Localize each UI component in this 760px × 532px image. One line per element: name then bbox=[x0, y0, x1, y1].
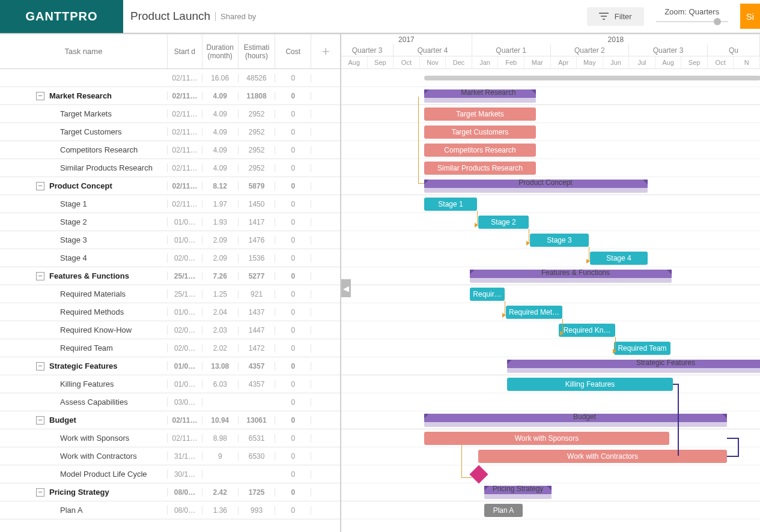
bar-target-markets[interactable]: Target Markets bbox=[424, 107, 536, 121]
signup-button[interactable]: Si bbox=[740, 4, 760, 29]
bar-killing-features[interactable]: Killing Features bbox=[507, 378, 673, 391]
collapse-icon[interactable]: − bbox=[36, 416, 44, 425]
collapse-icon[interactable]: − bbox=[36, 362, 44, 370]
cell-est: 6531 bbox=[239, 434, 276, 443]
quarter-label: Quarter 2 bbox=[551, 44, 630, 56]
table-row[interactable]: Stage 301/0…2.0914760 bbox=[0, 231, 340, 249]
logo[interactable]: GANTTPRO bbox=[0, 0, 123, 33]
cell-dur: 10.94 bbox=[202, 416, 239, 425]
cell-start: 02/0… bbox=[168, 254, 202, 262]
cell-dur: 13.08 bbox=[202, 362, 239, 370]
milestone-lifecycle[interactable] bbox=[469, 465, 488, 483]
collapse-icon[interactable]: − bbox=[36, 182, 44, 190]
bar-stage1[interactable]: Stage 1 bbox=[424, 198, 477, 211]
task-name: Target Markets bbox=[60, 109, 112, 118]
cell-est: 2952 bbox=[239, 110, 276, 118]
collapse-icon[interactable]: − bbox=[36, 92, 44, 100]
task-name: Competitors Research bbox=[60, 145, 138, 154]
table-row[interactable]: −Pricing Strategy08/0…2.4217250 bbox=[0, 483, 340, 501]
cell-est: 1472 bbox=[239, 344, 276, 352]
cell-start: 02/11… bbox=[168, 146, 202, 154]
table-row[interactable]: Required Team02/0…2.0214720 bbox=[0, 339, 340, 357]
cell-est: 2952 bbox=[239, 164, 276, 172]
bar-sponsors[interactable]: Work with Sponsors bbox=[424, 432, 669, 445]
cell-cost: 0 bbox=[275, 344, 311, 352]
cell-dur: 2.02 bbox=[202, 344, 239, 352]
month-label: Feb bbox=[498, 56, 524, 68]
zoom-thumb[interactable] bbox=[714, 18, 721, 25]
table-row[interactable]: Required Methods01/0…2.0414370 bbox=[0, 303, 340, 321]
col-start: Start d bbox=[168, 34, 202, 68]
bar-competitors[interactable]: Competitors Research bbox=[424, 144, 536, 157]
cell-cost: 0 bbox=[275, 488, 311, 497]
cell-start: 01/0… bbox=[168, 218, 202, 226]
month-label: Oct bbox=[394, 56, 420, 68]
quarter-label: Quarter 1 bbox=[472, 44, 551, 56]
task-name: Target Customers bbox=[60, 127, 122, 136]
cell-est: 5277 bbox=[239, 272, 276, 280]
bar-req-methods[interactable]: Required Met… bbox=[506, 306, 562, 319]
cell-est: 921 bbox=[239, 290, 276, 298]
summary-label: Product Concept bbox=[485, 178, 606, 187]
cell-dur: 2.03 bbox=[202, 326, 239, 334]
table-row[interactable]: Similar Products Research02/11…4.0929520 bbox=[0, 159, 340, 177]
add-column-button[interactable]: + bbox=[311, 34, 340, 68]
cell-est: 11808 bbox=[239, 92, 276, 100]
month-label: Aug bbox=[341, 56, 368, 68]
col-duration: Duration(month) bbox=[202, 34, 239, 68]
table-row[interactable]: Target Customers02/11…4.0929520 bbox=[0, 123, 340, 141]
cell-cost: 0 bbox=[275, 308, 311, 316]
table-row[interactable]: −Features & Functions25/1…7.2652770 bbox=[0, 267, 340, 285]
bar-stage2[interactable]: Stage 2 bbox=[478, 216, 529, 229]
table-row[interactable]: Target Markets02/11…4.0929520 bbox=[0, 105, 340, 123]
collapse-grid-button[interactable]: ◀ bbox=[341, 279, 351, 297]
bar-similar-products[interactable]: Similar Products Research bbox=[424, 162, 536, 175]
table-row[interactable]: −Budget02/11…10.94130610 bbox=[0, 411, 340, 429]
bar-plan-a[interactable]: Plan A bbox=[484, 504, 523, 517]
bar-target-customers[interactable]: Target Customers bbox=[424, 125, 536, 139]
bar-req-knowhow[interactable]: Required Kn… bbox=[559, 324, 615, 337]
cell-start: 02/11… bbox=[168, 182, 202, 190]
table-row[interactable]: Stage 102/11…1.9714500 bbox=[0, 195, 340, 213]
cell-cost: 0 bbox=[275, 470, 311, 479]
cell-start: 02/11… bbox=[168, 200, 202, 208]
bar-contractors[interactable]: Work with Contractors bbox=[478, 450, 727, 463]
task-name: Model Product Life Cycle bbox=[60, 470, 147, 479]
bar-stage3[interactable]: Stage 3 bbox=[530, 234, 589, 247]
bar-req-team[interactable]: Required Team bbox=[614, 342, 670, 355]
cell-dur: 2.04 bbox=[202, 308, 239, 316]
table-row[interactable]: Plan A08/0…1.369930 bbox=[0, 501, 340, 519]
cell-start: 02/0… bbox=[168, 326, 202, 334]
table-row[interactable]: Stage 402/0…2.0915360 bbox=[0, 249, 340, 267]
cell-dur: 4.09 bbox=[202, 128, 239, 136]
task-name: Required Know-How bbox=[60, 325, 132, 334]
bar-stage4[interactable]: Stage 4 bbox=[590, 252, 648, 265]
cell-dur: 6.03 bbox=[202, 380, 239, 388]
filter-button[interactable]: Filter bbox=[587, 7, 644, 26]
zoom-slider[interactable] bbox=[656, 17, 728, 26]
collapse-icon[interactable]: − bbox=[36, 488, 44, 497]
table-row[interactable]: Work with Sponsors02/11…8.9865310 bbox=[0, 429, 340, 447]
table-row[interactable]: −Strategic Features01/0…13.0843570 bbox=[0, 357, 340, 375]
table-row[interactable]: Required Know-How02/0…2.0314470 bbox=[0, 321, 340, 339]
task-name: Assess Capabilities bbox=[60, 397, 128, 407]
bar-req-materials[interactable]: Requir… bbox=[470, 288, 505, 301]
table-row[interactable]: Killing Features01/0…6.0343570 bbox=[0, 375, 340, 393]
cell-start: 08/0… bbox=[168, 506, 202, 515]
project-bar[interactable] bbox=[424, 76, 760, 80]
collapse-icon[interactable]: − bbox=[36, 272, 44, 280]
cell-start: 01/0… bbox=[168, 236, 202, 244]
summary-label: Features & Functions bbox=[515, 268, 636, 277]
task-name: Stage 2 bbox=[60, 217, 87, 226]
table-row[interactable]: 02/11…16.06485260 bbox=[0, 69, 340, 87]
table-row[interactable]: −Market Research02/11…4.09118080 bbox=[0, 87, 340, 105]
table-row[interactable]: Work with Contractors31/1…965300 bbox=[0, 447, 340, 465]
table-row[interactable]: Stage 201/0…1.9314170 bbox=[0, 213, 340, 231]
table-row[interactable]: Assess Capabilities03/0…0 bbox=[0, 393, 340, 411]
table-row[interactable]: Required Materials25/1…1.259210 bbox=[0, 285, 340, 303]
cell-est: 1725 bbox=[239, 488, 276, 497]
task-name: Required Methods bbox=[60, 307, 124, 316]
table-row[interactable]: −Product Concept02/11…8.1258790 bbox=[0, 177, 340, 195]
table-row[interactable]: Model Product Life Cycle30/1…0 bbox=[0, 465, 340, 483]
table-row[interactable]: Competitors Research02/11…4.0929520 bbox=[0, 141, 340, 159]
